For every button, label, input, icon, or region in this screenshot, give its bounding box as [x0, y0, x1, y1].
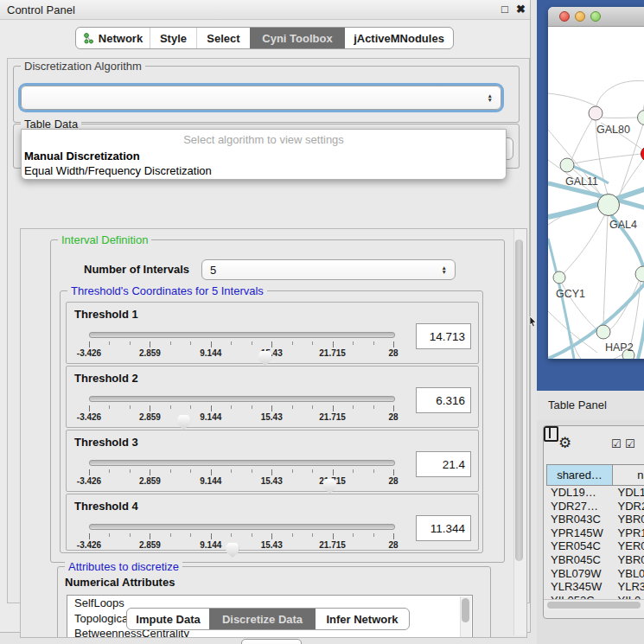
table-row[interactable]: YBL079WYBL0 [546, 567, 644, 581]
cell[interactable]: YPR145W [546, 526, 613, 540]
tab-impute-data[interactable]: Impute Data [127, 609, 209, 629]
scrollbar-thumb[interactable] [462, 598, 469, 622]
network-graph-canvas[interactable]: GAL80 GA C GAL11 GAL4 GCY1 H HAP2 [548, 26, 644, 359]
threshold-1-value-field[interactable]: 14.713 [416, 323, 471, 349]
threshold-2-value-field[interactable]: 6.316 [416, 387, 471, 413]
cell[interactable]: YPR1 [613, 526, 644, 540]
tab-network[interactable]: Network [76, 28, 150, 48]
control-panel-titlebar: Control Panel □ ✖ [0, 0, 530, 20]
cell[interactable]: YBR0 [613, 513, 644, 526]
tick-label: 15.43 [261, 540, 283, 550]
settings-vertical-scrollbar[interactable] [513, 229, 526, 635]
threshold-2-slider-thumb[interactable] [177, 415, 190, 430]
cell[interactable]: YBR045C [546, 553, 613, 567]
threshold-4-row: Threshold 4 -3.426 2.859 9.144 15.43 21.… [66, 494, 479, 551]
cell[interactable]: YBL079W [546, 567, 613, 581]
cell[interactable]: YBR0 [613, 553, 644, 567]
threshold-3-slider-track[interactable] [89, 460, 395, 466]
threshold-4-slider-thumb[interactable] [226, 543, 239, 558]
scrollbar-thumb[interactable] [547, 602, 641, 609]
zoom-traffic-light[interactable] [590, 11, 601, 22]
cell[interactable]: YDL1 [613, 486, 644, 500]
cell[interactable]: YLR345W [546, 580, 613, 594]
table-horizontal-scrollbar[interactable] [544, 599, 644, 610]
threshold-1-slider-track[interactable] [89, 332, 395, 338]
tick-label: 15.43 [261, 412, 283, 422]
gear-icon[interactable]: ⚙ [558, 434, 571, 452]
tab-discretize-data-label: Discretize Data [222, 613, 303, 626]
node-gal11[interactable] [560, 158, 574, 172]
cell[interactable]: YDR2 [613, 500, 644, 513]
tick-label: 2.859 [139, 476, 161, 486]
tab-select[interactable]: Select [196, 28, 250, 48]
cell[interactable]: YBR043C [546, 513, 613, 526]
threshold-3-label: Threshold 3 [74, 436, 138, 449]
cell[interactable]: YBL0 [613, 567, 644, 581]
node-ga[interactable] [638, 111, 644, 125]
algorithm-option-equal-width[interactable]: Equal Width/Frequency Discretization [22, 164, 506, 179]
slider-major-ticks [89, 533, 395, 539]
node-h[interactable] [635, 266, 644, 282]
node-hap2[interactable] [596, 325, 610, 339]
slider-major-ticks [89, 341, 395, 348]
apply-button[interactable]: Apply [241, 639, 302, 644]
table-row[interactable]: YER054CYER0 [546, 539, 644, 553]
node-gcy1[interactable] [553, 271, 565, 284]
close-window-icon[interactable]: ✖ [516, 3, 526, 16]
settings-scrollpane: Interval Definition Number of Intervals … [20, 228, 527, 638]
interval-definition-group: Interval Definition Number of Intervals … [50, 239, 505, 563]
table-row[interactable]: YDL19…YDL1 [546, 486, 644, 500]
network-desktop-frame: GAL80 GA C GAL11 GAL4 GCY1 H HAP2 [537, 0, 644, 391]
threshold-2-slider-track[interactable] [89, 396, 395, 402]
table-row[interactable]: YBR043CYBR0 [546, 513, 644, 526]
algorithm-popup-hint: Select algorithm to view settings [22, 130, 506, 150]
tab-infer-network[interactable]: Infer Network [315, 609, 409, 629]
float-window-icon[interactable]: □ [501, 3, 508, 16]
number-of-intervals-combobox[interactable]: 5 ▲▼ [201, 259, 456, 280]
cell[interactable]: YDR27… [546, 500, 613, 513]
threshold-1-label: Threshold 1 [74, 308, 138, 321]
column-header-shared-name[interactable]: shared… [546, 464, 613, 486]
attributes-list-scrollbar[interactable] [460, 596, 471, 638]
cell[interactable]: YDL19… [546, 486, 613, 500]
tick-label: 21.715 [319, 540, 346, 550]
close-traffic-light[interactable] [559, 11, 570, 22]
network-view-window[interactable]: GAL80 GA C GAL11 GAL4 GCY1 H HAP2 [548, 7, 644, 359]
threshold-3-slider-thumb[interactable] [323, 479, 336, 494]
table-row[interactable]: YPR145WYPR1 [546, 526, 644, 540]
threshold-1-row: Threshold 1 -3.426 2.859 9.144 15.43 21.… [66, 302, 479, 364]
threshold-1-slider-thumb[interactable] [258, 351, 271, 366]
column-header-name[interactable]: name [613, 464, 644, 486]
threshold-4-value-field[interactable]: 11.344 [416, 515, 471, 541]
threshold-4-slider-track[interactable] [89, 524, 395, 530]
checkbox-icon[interactable]: ☑ [611, 437, 622, 450]
tick-label: 9.144 [200, 348, 221, 358]
tab-cyni-toolbox[interactable]: Cyni Toolbox [250, 28, 344, 48]
node-gal80[interactable] [589, 106, 603, 120]
table-row[interactable]: YLR345WYLR3 [546, 580, 644, 594]
columns-icon[interactable] [544, 426, 558, 442]
tab-jactivemnodules[interactable]: jActiveMNodules [344, 28, 453, 48]
discretization-algorithm-group-label: Discretization Algorithm [21, 60, 145, 73]
table-row[interactable]: YBR045CYBR0 [546, 553, 644, 567]
tab-style[interactable]: Style [150, 28, 196, 48]
minimize-traffic-light[interactable] [575, 11, 585, 22]
network-window-titlebar[interactable] [548, 7, 644, 27]
algorithm-option-manual[interactable]: Manual Discretization [22, 150, 506, 164]
scrollbar-thumb[interactable] [515, 239, 523, 561]
tab-discretize-data[interactable]: Discretize Data [209, 609, 315, 629]
algorithm-combobox[interactable]: ▲▼ [21, 86, 501, 110]
cell[interactable]: YER0 [613, 539, 644, 553]
threshold-3-value-field[interactable]: 21.4 [416, 451, 471, 477]
table-body: YDL19…YDL1 YDR27…YDR2 YBR043CYBR0 YPR145… [546, 486, 644, 599]
attributes-group-label: Attributes to discretize [65, 560, 182, 573]
screenshot-root: Control Panel □ ✖ Network Style Select C… [0, 0, 644, 644]
cell[interactable]: YLR3 [613, 580, 644, 594]
label-gal11: GAL11 [565, 175, 598, 188]
slider-scale-labels: -3.426 2.859 9.144 15.43 21.715 28 [89, 412, 393, 423]
tick-label: 28 [388, 348, 398, 358]
node-gal4[interactable] [598, 194, 620, 216]
table-row[interactable]: YDR27…YDR2 [546, 500, 644, 513]
cell[interactable]: YER054C [546, 539, 613, 553]
checkbox-icon[interactable]: ☑ [625, 437, 635, 450]
